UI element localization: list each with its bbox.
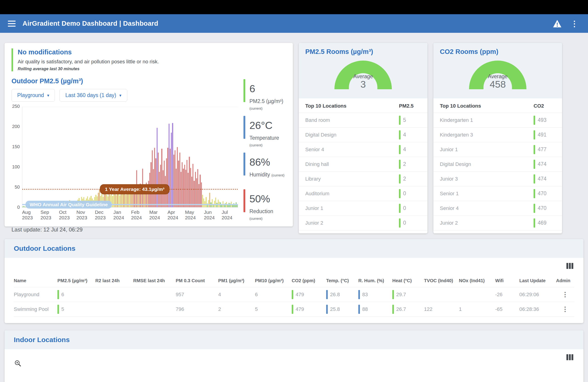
chart-bar xyxy=(194,181,194,207)
value-bar xyxy=(534,116,535,125)
chart-bar xyxy=(185,170,186,207)
admin-menu-icon[interactable]: ⋮ xyxy=(562,291,568,298)
column-header: R. Hum. (%) xyxy=(358,278,392,283)
y-tick-label: 50 xyxy=(15,185,20,190)
chevron-down-icon: ▾ xyxy=(119,93,122,98)
stats-column: 6 PM2.5 (µg/m³) (current) 26°C Temperatu… xyxy=(243,77,286,233)
chart-bar xyxy=(178,161,179,207)
table-cell: 6 xyxy=(57,290,95,299)
room-value: 0 xyxy=(399,204,421,213)
column-header: PM2.5 (µg/m³) xyxy=(57,278,95,283)
stat-value: 6 xyxy=(250,78,286,95)
co2-rooms-table: Kindergarten 1 493Kindergarten 3 491Juni… xyxy=(433,113,562,230)
column-location: Top 10 Locations xyxy=(440,103,481,109)
column-header: Last Update xyxy=(519,278,556,283)
warning-icon[interactable] xyxy=(553,19,562,28)
room-value: 2 xyxy=(399,174,421,184)
table-row: Swimming Pool57962547925.88826.71221-650… xyxy=(14,302,574,317)
chart-bar xyxy=(173,155,174,207)
app-title: AirGradient Demo Dashboard | Dashboard xyxy=(22,20,158,27)
x-tick-label: Nov 2023 xyxy=(77,210,95,220)
room-row: Junior 3 474 xyxy=(433,172,562,186)
value-bar xyxy=(399,116,400,125)
room-name: Junior 2 xyxy=(305,220,323,226)
columns-icon[interactable] xyxy=(566,262,574,270)
y-tick-label: 250 xyxy=(12,104,20,109)
room-name: Auditorium xyxy=(305,191,329,197)
room-name: Senior 1 xyxy=(440,191,459,197)
chart-bar xyxy=(126,195,126,207)
room-row: Kindergarten 1 493 xyxy=(433,113,562,128)
stat: 50% Reduction (current) xyxy=(243,188,286,223)
room-value: 0 xyxy=(399,189,421,198)
outdoor-locations-header: Outdoor Locations xyxy=(5,239,583,258)
range-dropdown[interactable]: Last 360 days (1 day) ▾ xyxy=(60,89,127,102)
column-value: CO2 xyxy=(534,103,556,109)
table-cell: 796 xyxy=(176,306,218,312)
pm25-rooms-table: Band room 5Digital Design 4Senior 4 4Din… xyxy=(299,113,427,230)
room-value: 474 xyxy=(534,174,556,184)
room-value: 477 xyxy=(534,145,556,154)
x-tick-label: Feb 2024 xyxy=(131,210,149,220)
y-tick-label: 150 xyxy=(12,144,20,149)
value-bar xyxy=(399,189,400,198)
table-cell: 88 xyxy=(358,305,392,314)
chart-bar xyxy=(154,148,155,207)
average-badge: 1 Year Average: 43.1µg/m³ xyxy=(100,184,169,194)
chart-bar xyxy=(184,165,185,207)
admin-menu-icon[interactable]: ⋮ xyxy=(562,306,568,312)
table-cell: 5 xyxy=(255,306,292,312)
chart-title: Outdoor PM2.5 (µg/m³) xyxy=(11,77,238,85)
value-bar xyxy=(326,305,328,314)
value-bar xyxy=(399,174,400,184)
outdoor-locations-card: Outdoor Locations NamePM2.5 (µg/m³)R2 la… xyxy=(5,239,583,323)
room-value: 4 xyxy=(399,145,421,154)
value-bar xyxy=(292,290,293,299)
indoor-locations-card: Indoor Locations NameGroupPM2.5 (µg/m³)R… xyxy=(5,330,583,382)
status-note: Rolling average last 30 minutes xyxy=(18,67,80,71)
room-value: 470 xyxy=(534,189,556,198)
table-cell: -65 xyxy=(495,306,519,312)
room-row: Kindergarten 3 491 xyxy=(433,128,562,142)
room-value: 2 xyxy=(399,160,421,169)
pm25-average-gauge: Average 3 xyxy=(335,60,392,89)
chart-bar xyxy=(208,200,209,207)
value-bar xyxy=(399,218,400,228)
room-name: Band room xyxy=(305,117,330,123)
table-cell: 479 xyxy=(292,290,326,299)
location-dropdown[interactable]: Playground ▾ xyxy=(11,89,55,102)
search-icon[interactable] xyxy=(14,359,21,368)
indoor-locations-title: Indoor Locations xyxy=(14,336,574,344)
top-black-bar xyxy=(0,0,588,14)
menu-icon[interactable] xyxy=(8,21,16,27)
stat-label: Temperature (current) xyxy=(250,135,286,148)
table-cell: 26.7 xyxy=(392,305,424,314)
chart-bar xyxy=(192,164,193,207)
chart-bar xyxy=(189,157,190,207)
table-cell: 479 xyxy=(292,305,326,314)
value-bar xyxy=(399,204,400,213)
room-name: Junior 2 xyxy=(440,220,458,226)
room-name: Junior 3 xyxy=(440,176,458,182)
room-name: Kindergarten 1 xyxy=(440,117,473,123)
value-bar xyxy=(399,145,400,154)
x-tick-label: Jul 2024 xyxy=(222,210,238,220)
status-title: No modifications xyxy=(18,48,286,56)
column-header: Wifi xyxy=(495,278,519,283)
range-dropdown-label: Last 360 days (1 day) xyxy=(65,92,116,98)
columns-icon[interactable] xyxy=(566,353,574,361)
column-header: Name xyxy=(14,278,57,283)
room-name: Senior 4 xyxy=(305,147,324,153)
value-bar xyxy=(399,160,400,169)
chart-bar xyxy=(172,123,173,207)
x-tick-label: Apr 2024 xyxy=(168,210,185,220)
pm25-rooms-card: PM2.5 Rooms (µg/m³) Average 3 Top 10 Loc… xyxy=(299,43,427,233)
chart-bar xyxy=(119,195,120,207)
room-row: Library 2 xyxy=(299,172,427,186)
outdoor-locations-title: Outdoor Locations xyxy=(14,245,574,252)
room-row: Auditorium 0 xyxy=(299,186,427,201)
overflow-menu-icon[interactable]: ⋮ xyxy=(569,20,580,28)
room-row: Senior 4 470 xyxy=(433,201,562,216)
x-tick-label: Aug 2023 xyxy=(22,210,41,220)
gauge-label: Average xyxy=(488,74,507,80)
